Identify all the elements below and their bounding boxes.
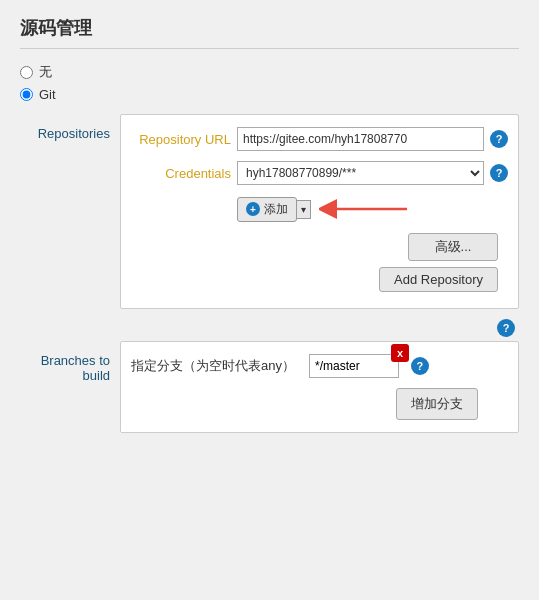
branch-input[interactable] xyxy=(309,354,399,378)
repositories-label: Repositories xyxy=(38,122,110,141)
credentials-help-icon[interactable]: ? xyxy=(490,164,508,182)
credentials-row: Credentials hyh17808770899/*** ? xyxy=(131,161,508,185)
branch-form-row: 指定分支（为空时代表any） x ? xyxy=(131,354,508,378)
page-title: 源码管理 xyxy=(20,16,519,49)
floating-help-icon[interactable]: ? xyxy=(497,319,515,337)
radio-none-input[interactable] xyxy=(20,66,33,79)
arrow-svg xyxy=(319,195,409,223)
add-btn-row: + 添加 ▾ xyxy=(131,195,508,223)
repositories-panel: Repository URL ? Credentials hyh17808770… xyxy=(120,114,519,309)
repo-url-help-icon[interactable]: ? xyxy=(490,130,508,148)
branch-form-label: 指定分支（为空时代表any） xyxy=(131,357,295,375)
repo-url-label: Repository URL xyxy=(131,132,231,147)
add-circle-icon: + xyxy=(246,202,260,216)
add-branch-label: 增加分支 xyxy=(411,396,463,411)
floating-help-row: ? xyxy=(20,319,519,337)
radio-git[interactable]: Git xyxy=(20,87,519,102)
repo-url-row: Repository URL ? xyxy=(131,127,508,151)
add-branch-button[interactable]: 增加分支 xyxy=(396,388,478,420)
add-branch-row: 增加分支 xyxy=(131,388,508,420)
add-button-dropdown[interactable]: ▾ xyxy=(297,200,311,219)
arrow-annotation xyxy=(319,195,409,223)
branch-input-container: x xyxy=(309,354,399,378)
radio-none[interactable]: 无 xyxy=(20,63,519,81)
add-repository-button[interactable]: Add Repository xyxy=(379,267,498,292)
credentials-label: Credentials xyxy=(131,166,231,181)
radio-group: 无 Git xyxy=(20,63,519,102)
repo-url-input[interactable] xyxy=(237,127,484,151)
radio-none-label: 无 xyxy=(39,63,52,81)
branch-help-icon[interactable]: ? xyxy=(411,357,429,375)
action-buttons: 高级... Add Repository xyxy=(131,233,508,292)
branch-delete-button[interactable]: x xyxy=(391,344,409,362)
main-page: 源码管理 无 Git Repositories Repository URL xyxy=(0,0,539,449)
radio-git-label: Git xyxy=(39,87,56,102)
branches-panel: 指定分支（为空时代表any） x ? 增加分支 xyxy=(120,341,519,433)
radio-git-input[interactable] xyxy=(20,88,33,101)
add-button[interactable]: + 添加 xyxy=(237,197,297,222)
branches-label: Branches to build xyxy=(41,349,110,383)
credentials-select[interactable]: hyh17808770899/*** xyxy=(237,161,484,185)
advanced-button[interactable]: 高级... xyxy=(408,233,498,261)
add-button-label: 添加 xyxy=(264,201,288,218)
